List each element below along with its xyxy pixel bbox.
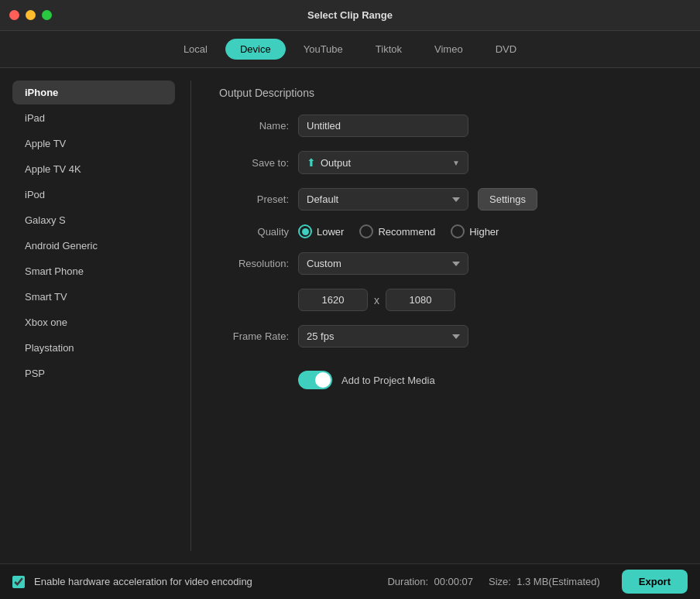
quality-higher-label: Higher: [469, 226, 499, 238]
sidebar-item-androidgeneric[interactable]: Android Generic: [12, 234, 175, 258]
minimize-button[interactable]: [26, 10, 36, 20]
quality-recommend[interactable]: Recommend: [359, 224, 435, 238]
save-to-select[interactable]: Output: [321, 157, 448, 169]
resolution-row: Resolution: Custom 1920x1080 1280x720: [219, 252, 675, 275]
sidebar-item-ipad[interactable]: iPad: [12, 106, 175, 130]
name-row: Name:: [219, 115, 675, 137]
tab-dvd[interactable]: DVD: [481, 39, 531, 60]
save-to-row: Save to: ⬆ Output ▼: [219, 151, 675, 174]
resolution-select[interactable]: Custom 1920x1080 1280x720: [298, 252, 468, 275]
tab-bar: Local Device YouTube Tiktok Vimeo DVD: [0, 31, 700, 68]
maximize-button[interactable]: [42, 10, 52, 20]
sidebar-item-psp[interactable]: PSP: [12, 361, 175, 385]
preset-select[interactable]: Default: [298, 188, 468, 211]
sidebar-item-appletv4k[interactable]: Apple TV 4K: [12, 157, 175, 181]
resolution-input-row: x: [219, 289, 675, 311]
sidebar-item-smarttv[interactable]: Smart TV: [12, 285, 175, 309]
sidebar-item-iphone[interactable]: iPhone: [12, 80, 175, 104]
add-to-project-label: Add to Project Media: [341, 375, 435, 386]
name-label: Name:: [219, 120, 289, 132]
bottom-bar: Enable hardware acceleration for video e…: [0, 563, 700, 599]
preset-label: Preset:: [219, 193, 289, 205]
toggle-knob: [315, 372, 331, 388]
quality-recommend-radio[interactable]: [359, 224, 373, 238]
sidebar-item-ipod[interactable]: iPod: [12, 183, 175, 207]
quality-lower-radio[interactable]: [298, 224, 312, 238]
quality-options: Lower Recommend Higher: [298, 224, 499, 238]
window-controls: [9, 10, 52, 20]
toggle-row: Add to Project Media: [298, 371, 675, 389]
window-title: Select Clip Range: [307, 9, 393, 21]
main-content: iPhone iPad Apple TV Apple TV 4K iPod Ga…: [0, 68, 700, 563]
resolution-label: Resolution:: [219, 258, 289, 269]
panel-title: Output Descriptions: [219, 87, 675, 99]
frame-rate-label: Frame Rate:: [219, 330, 289, 342]
quality-lower-label: Lower: [317, 226, 344, 238]
quality-label: Quality: [219, 226, 289, 238]
sidebar-item-xboxone[interactable]: Xbox one: [12, 310, 175, 334]
tab-tiktok[interactable]: Tiktok: [361, 39, 417, 60]
resolution-inputs: x: [298, 289, 455, 311]
resolution-width-input[interactable]: [298, 289, 368, 311]
quality-lower[interactable]: Lower: [298, 224, 344, 238]
save-to-label: Save to:: [219, 157, 289, 169]
resolution-x-separator: x: [374, 294, 379, 306]
right-panel: Output Descriptions Name: Save to: ⬆ Out…: [207, 80, 688, 551]
add-to-project-toggle[interactable]: [298, 371, 332, 389]
settings-button[interactable]: Settings: [478, 188, 537, 211]
sidebar-item-playstation[interactable]: Playstation: [12, 336, 175, 360]
export-button[interactable]: Export: [622, 570, 688, 594]
resolution-height-input[interactable]: [386, 289, 455, 311]
upload-icon: ⬆: [307, 156, 316, 169]
sidebar-item-appletv[interactable]: Apple TV: [12, 132, 175, 156]
sidebar-divider: [190, 80, 191, 551]
sidebar: iPhone iPad Apple TV Apple TV 4K iPod Ga…: [12, 80, 175, 551]
quality-row: Quality Lower Recommend Higher: [219, 224, 675, 238]
sidebar-item-galaxys[interactable]: Galaxy S: [12, 208, 175, 232]
sidebar-item-smartphone[interactable]: Smart Phone: [12, 259, 175, 283]
tab-local[interactable]: Local: [169, 39, 222, 60]
title-bar: Select Clip Range: [0, 0, 700, 31]
chevron-down-icon: ▼: [452, 159, 460, 167]
quality-higher[interactable]: Higher: [451, 224, 499, 238]
hw-acceleration-label: Enable hardware acceleration for video e…: [34, 576, 378, 587]
tab-vimeo[interactable]: Vimeo: [420, 39, 478, 60]
quality-recommend-label: Recommend: [378, 226, 435, 238]
hw-acceleration-checkbox[interactable]: [12, 576, 25, 588]
tab-device[interactable]: Device: [225, 39, 286, 60]
save-to-select-container[interactable]: ⬆ Output ▼: [298, 151, 468, 174]
name-input[interactable]: [298, 115, 468, 137]
size-label: Size: 1.3 MB(Estimated): [489, 576, 600, 587]
preset-row: Preset: Default Settings: [219, 188, 675, 211]
tab-youtube[interactable]: YouTube: [289, 39, 358, 60]
frame-rate-select[interactable]: 25 fps 23.98 fps 24 fps 29.97 fps 30 fps…: [298, 325, 468, 347]
duration-label: Duration: 00:00:07: [387, 576, 473, 587]
close-button[interactable]: [9, 10, 19, 20]
frame-rate-row: Frame Rate: 25 fps 23.98 fps 24 fps 29.9…: [219, 325, 675, 347]
quality-higher-radio[interactable]: [451, 224, 465, 238]
